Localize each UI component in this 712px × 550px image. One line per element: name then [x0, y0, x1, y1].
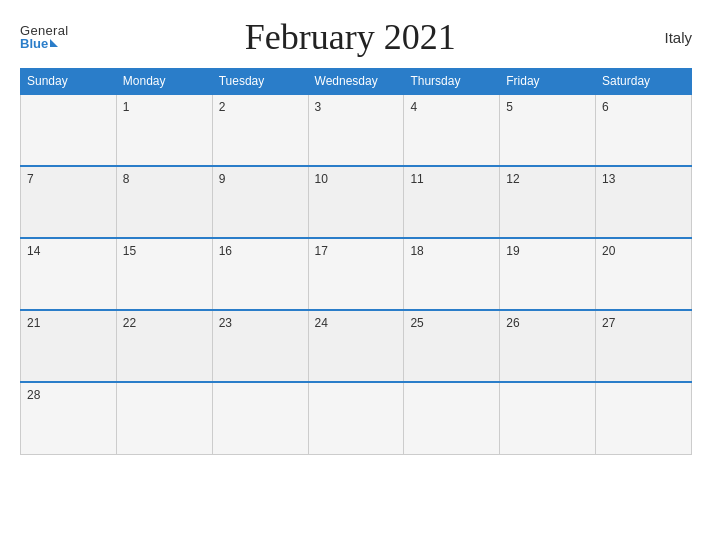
calendar-page: General Blue February 2021 Italy Sunday …	[0, 0, 712, 550]
day-cell: 24	[308, 310, 404, 382]
header-wednesday: Wednesday	[308, 69, 404, 95]
header-friday: Friday	[500, 69, 596, 95]
day-cell	[212, 382, 308, 454]
day-cell	[21, 94, 117, 166]
header-thursday: Thursday	[404, 69, 500, 95]
day-cell	[500, 382, 596, 454]
day-cell	[116, 382, 212, 454]
day-cell: 1	[116, 94, 212, 166]
day-cell: 25	[404, 310, 500, 382]
weekday-header-row: Sunday Monday Tuesday Wednesday Thursday…	[21, 69, 692, 95]
day-cell: 7	[21, 166, 117, 238]
calendar-title: February 2021	[68, 16, 632, 58]
day-cell: 26	[500, 310, 596, 382]
day-cell: 11	[404, 166, 500, 238]
header-saturday: Saturday	[596, 69, 692, 95]
day-cell: 2	[212, 94, 308, 166]
day-cell: 27	[596, 310, 692, 382]
day-cell: 28	[21, 382, 117, 454]
country-label: Italy	[632, 29, 692, 46]
header: General Blue February 2021 Italy	[20, 16, 692, 58]
day-cell: 23	[212, 310, 308, 382]
calendar-table: Sunday Monday Tuesday Wednesday Thursday…	[20, 68, 692, 455]
header-monday: Monday	[116, 69, 212, 95]
week-row-2: 7 8 9 10 11 12 13	[21, 166, 692, 238]
day-cell: 16	[212, 238, 308, 310]
day-cell: 5	[500, 94, 596, 166]
day-cell: 18	[404, 238, 500, 310]
day-cell: 10	[308, 166, 404, 238]
day-cell	[596, 382, 692, 454]
day-cell: 19	[500, 238, 596, 310]
logo-blue-row: Blue	[20, 37, 58, 50]
header-sunday: Sunday	[21, 69, 117, 95]
logo-blue-text: Blue	[20, 37, 48, 50]
logo: General Blue	[20, 24, 68, 50]
day-cell: 13	[596, 166, 692, 238]
week-row-3: 14 15 16 17 18 19 20	[21, 238, 692, 310]
logo-triangle-icon	[50, 39, 58, 47]
day-cell: 15	[116, 238, 212, 310]
day-cell	[404, 382, 500, 454]
day-cell: 4	[404, 94, 500, 166]
day-cell: 17	[308, 238, 404, 310]
day-cell: 9	[212, 166, 308, 238]
day-cell: 22	[116, 310, 212, 382]
day-cell: 21	[21, 310, 117, 382]
week-row-5: 28	[21, 382, 692, 454]
day-cell: 20	[596, 238, 692, 310]
day-cell: 14	[21, 238, 117, 310]
day-cell: 12	[500, 166, 596, 238]
day-cell: 3	[308, 94, 404, 166]
day-cell: 8	[116, 166, 212, 238]
day-cell: 6	[596, 94, 692, 166]
week-row-1: 1 2 3 4 5 6	[21, 94, 692, 166]
header-tuesday: Tuesday	[212, 69, 308, 95]
week-row-4: 21 22 23 24 25 26 27	[21, 310, 692, 382]
day-cell	[308, 382, 404, 454]
